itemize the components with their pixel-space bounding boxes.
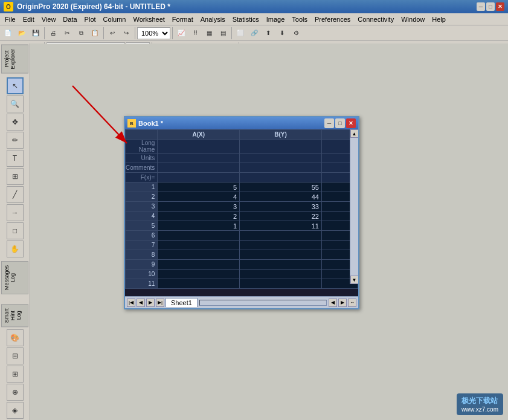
- plot-bar-btn[interactable]: ▦: [202, 27, 216, 40]
- cell-b-10[interactable]: [240, 270, 322, 279]
- cell-a-10[interactable]: [158, 270, 240, 279]
- down-btn[interactable]: ⬇: [275, 27, 289, 40]
- sheet-nav-prev[interactable]: ◀: [137, 299, 145, 307]
- pan-tool[interactable]: ✥: [7, 114, 24, 131]
- menu-preferences[interactable]: Preferences: [311, 15, 354, 24]
- arrow-tool[interactable]: →: [7, 204, 24, 221]
- menu-connectivity[interactable]: Connectivity: [354, 15, 397, 24]
- zoom-select[interactable]: 100% 75% 150%: [137, 27, 170, 39]
- book-close-btn[interactable]: ✕: [346, 118, 356, 128]
- undo-btn[interactable]: ↩: [106, 27, 119, 40]
- text-tool[interactable]: T: [7, 150, 24, 167]
- cell-a-9[interactable]: [158, 260, 240, 270]
- graph-btn[interactable]: ⬜: [234, 27, 247, 40]
- col-header-a[interactable]: A(X): [158, 130, 240, 140]
- sheet-scroll-left[interactable]: ◀: [329, 299, 337, 307]
- cell-a-4[interactable]: 2: [158, 212, 240, 221]
- cell-b-5[interactable]: 11: [240, 221, 322, 231]
- sidebar-tab-messages[interactable]: Messages Log: [1, 261, 28, 294]
- maximize-button[interactable]: □: [486, 2, 495, 11]
- menu-column[interactable]: Column: [100, 15, 130, 24]
- meta-a-units[interactable]: [158, 153, 240, 163]
- menu-tools[interactable]: Tools: [288, 15, 311, 24]
- menu-format[interactable]: Format: [169, 15, 197, 24]
- cell-a-2[interactable]: 4: [158, 192, 240, 202]
- cell-b-6[interactable]: [240, 231, 322, 241]
- open-btn[interactable]: 📂: [15, 27, 28, 40]
- cell-a-6[interactable]: [158, 231, 240, 241]
- hand-tool[interactable]: ✋: [7, 241, 24, 257]
- meta-b-longname[interactable]: [240, 140, 322, 153]
- meta-b-units[interactable]: [240, 153, 322, 163]
- extra-tool3[interactable]: ⊕: [7, 384, 24, 401]
- cell-b-9[interactable]: [240, 260, 322, 270]
- settings-btn[interactable]: ⚙: [289, 27, 303, 40]
- sheet-scroll-expand[interactable]: ↔: [348, 299, 356, 307]
- cell-b-4[interactable]: 22: [240, 212, 322, 221]
- close-button[interactable]: ✕: [496, 2, 504, 11]
- cell-b-7[interactable]: [240, 241, 322, 250]
- sheet-scroll-right[interactable]: ▶: [338, 299, 347, 307]
- minimize-button[interactable]: ─: [477, 2, 485, 11]
- data-tool[interactable]: ⊞: [7, 168, 24, 185]
- menu-window[interactable]: Window: [397, 15, 428, 24]
- cell-a-1[interactable]: 5: [158, 183, 240, 192]
- book-maximize-btn[interactable]: □: [335, 118, 345, 128]
- new-btn[interactable]: 📄: [1, 27, 14, 40]
- paste-btn[interactable]: 📋: [88, 27, 101, 40]
- extra-tool4[interactable]: ◈: [7, 402, 24, 419]
- plot-line-btn[interactable]: 📈: [175, 27, 188, 40]
- extra-tool1[interactable]: ⊟: [7, 347, 24, 364]
- cell-b-2[interactable]: 44: [240, 192, 322, 202]
- menu-plot[interactable]: Plot: [81, 15, 100, 24]
- scroll-up-btn[interactable]: ▲: [350, 129, 359, 138]
- cell-a-3[interactable]: 3: [158, 202, 240, 212]
- sidebar-tab-smart-hint[interactable]: Smart Hint Log: [1, 304, 28, 327]
- copy-btn[interactable]: ⧉: [74, 27, 88, 40]
- rect-tool[interactable]: □: [7, 222, 24, 239]
- menu-image[interactable]: Image: [263, 15, 289, 24]
- meta-a-comments[interactable]: [158, 163, 240, 173]
- book-title-bar[interactable]: B Book1 * ─ □ ✕: [125, 117, 358, 129]
- menu-edit[interactable]: Edit: [19, 15, 38, 24]
- save-btn[interactable]: 💾: [29, 27, 42, 40]
- meta-a-fx[interactable]: [158, 173, 240, 183]
- redo-btn[interactable]: ↪: [120, 27, 133, 40]
- sheet-nav-next[interactable]: ▶: [146, 299, 155, 307]
- menu-statistics[interactable]: Statistics: [229, 15, 263, 24]
- color-tool[interactable]: 🎨: [7, 329, 24, 346]
- select-tool[interactable]: ↖: [7, 77, 24, 94]
- cut-btn[interactable]: ✂: [60, 27, 74, 40]
- menu-view[interactable]: View: [38, 15, 60, 24]
- menu-file[interactable]: File: [1, 15, 19, 24]
- extra-tool2[interactable]: ⊞: [7, 366, 24, 383]
- print-btn[interactable]: 🖨: [47, 27, 60, 40]
- sheet-scrollbar[interactable]: ▲ ▼: [350, 129, 358, 284]
- line-tool[interactable]: ╱: [7, 186, 24, 203]
- menu-data[interactable]: Data: [59, 15, 80, 24]
- col-header-b[interactable]: B(Y): [240, 130, 322, 140]
- book-minimize-btn[interactable]: ─: [324, 118, 334, 128]
- cell-b-1[interactable]: 55: [240, 183, 322, 192]
- sheet-tab-1[interactable]: Sheet1: [166, 298, 198, 307]
- draw-tool[interactable]: ✏: [7, 132, 24, 149]
- meta-b-fx[interactable]: [240, 173, 322, 183]
- cell-b-3[interactable]: 33: [240, 202, 322, 212]
- meta-b-comments[interactable]: [240, 163, 322, 173]
- link-btn[interactable]: 🔗: [248, 27, 261, 40]
- scroll-down-btn[interactable]: ▼: [350, 276, 359, 284]
- plot-col-btn[interactable]: ▤: [216, 27, 230, 40]
- plot-scatter-btn[interactable]: ⠿: [188, 27, 202, 40]
- up-btn[interactable]: ⬆: [262, 27, 275, 40]
- cell-b-11[interactable]: [240, 279, 322, 289]
- menu-analysis[interactable]: Analysis: [197, 15, 229, 24]
- menu-worksheet[interactable]: Worksheet: [129, 15, 168, 24]
- cell-b-8[interactable]: [240, 250, 322, 260]
- sheet-nav-first[interactable]: |◀: [127, 299, 135, 307]
- zoom-tool[interactable]: 🔍: [7, 95, 24, 112]
- cell-a-8[interactable]: [158, 250, 240, 260]
- cell-a-5[interactable]: 1: [158, 221, 240, 231]
- sheet-nav-last[interactable]: ▶|: [156, 299, 164, 307]
- menu-help[interactable]: Help: [428, 15, 449, 24]
- cell-a-7[interactable]: [158, 241, 240, 250]
